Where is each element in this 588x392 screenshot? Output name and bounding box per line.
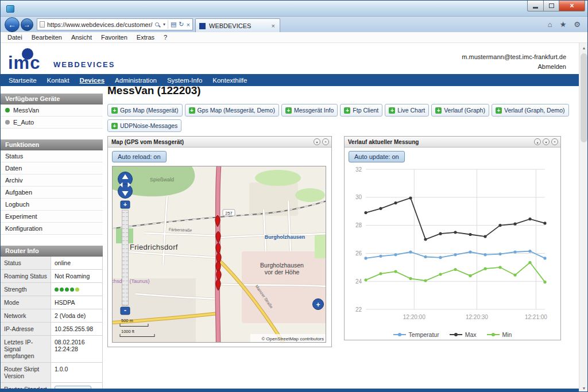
map-expand-button[interactable]: + — [313, 299, 324, 310]
legend-label: Min — [502, 331, 512, 338]
scroll-up-icon[interactable]: ▲ — [579, 43, 588, 52]
forward-button[interactable]: → — [21, 18, 33, 31]
menu-extras[interactable]: Extras — [132, 34, 159, 41]
live-chart-button[interactable]: +Live Chart — [385, 104, 429, 117]
menu-ansicht[interactable]: Ansicht — [67, 34, 96, 41]
scrollbar-thumb[interactable] — [581, 53, 587, 142]
tab-close-icon[interactable]: × — [270, 22, 276, 29]
sidebar-item-archiv[interactable]: Archiv — [1, 174, 103, 187]
row-label: Roaming Status — [1, 270, 51, 282]
add-icon: + — [344, 107, 350, 114]
close-button[interactable]: × — [559, 1, 585, 11]
row-label: Network — [1, 309, 51, 322]
refresh-icon[interactable]: ↻ — [179, 21, 184, 28]
map-zoom-control[interactable]: + - — [121, 201, 130, 315]
vertical-scrollbar[interactable]: ▲ ▼ — [579, 43, 588, 392]
zoom-slider[interactable] — [122, 210, 129, 305]
panel-close-icon[interactable]: × — [322, 138, 329, 145]
verlauf-graph-button[interactable]: +Verlauf (Graph) — [431, 104, 489, 117]
map-container[interactable]: 257 Spießwald Friedrichsdorf Burgholzhau… — [112, 166, 326, 343]
footer-bar — [1, 389, 579, 392]
sidebar-item-eauto[interactable]: E_Auto — [1, 117, 103, 129]
router-section-header: Router Info — [1, 246, 103, 257]
verlauf-graph-demo-button[interactable]: +Verlauf (Graph, Demo) — [492, 104, 569, 117]
map-pan-control[interactable] — [118, 172, 133, 199]
chart-panel: Verlauf aktueller Messung ▴ ▾ × Auto upd… — [344, 136, 561, 340]
svg-text:30: 30 — [355, 194, 362, 200]
url-text[interactable]: https://www.webdevices.de/customer/d — [47, 21, 153, 28]
sidebar-item-daten[interactable]: Daten — [1, 162, 103, 174]
strength-dot — [60, 288, 64, 292]
legend-item[interactable]: Temperatur — [393, 331, 439, 338]
legend-item[interactable]: Min — [487, 331, 512, 338]
widget-toolbar: +Gps Map (Messgerät) +Gps Map (Messgerät… — [107, 104, 570, 132]
nav-administration[interactable]: Administration — [110, 77, 162, 84]
nav-kontexthilfe[interactable]: Kontexthilfe — [207, 77, 252, 84]
search-icon[interactable] — [155, 22, 159, 26]
settings-gear-icon[interactable]: ⚙ — [574, 20, 581, 29]
strength-dots — [51, 283, 102, 296]
stop-icon[interactable]: × — [187, 21, 190, 28]
auto-update-button[interactable]: Auto update: on — [349, 151, 405, 162]
legend-item[interactable]: Max — [450, 331, 477, 338]
legend-label: Max — [465, 331, 477, 338]
table-row: Router Skript Version 1.0.0 — [1, 363, 102, 383]
strength-dot — [75, 288, 79, 292]
scroll-down-icon[interactable]: ▼ — [579, 383, 588, 392]
gps-map-demo-button[interactable]: +Gps Map (Messgerät, Demo) — [185, 104, 279, 117]
panel-collapse-icon[interactable]: ▾ — [543, 138, 550, 145]
svg-text:Friedrichsdorf: Friedrichsdorf — [130, 243, 178, 251]
panel-title: Verlauf aktueller Messung — [348, 139, 532, 145]
logout-link[interactable]: Abmelden — [462, 63, 566, 70]
nav-kontakt[interactable]: Kontakt — [42, 77, 75, 84]
udpnoise-messages-button[interactable]: +UDPNoise-Messages — [107, 119, 181, 132]
svg-text:Spießwald: Spießwald — [150, 177, 174, 183]
menu-bearbeiten[interactable]: Bearbeiten — [27, 34, 67, 41]
nav-devices[interactable]: Devices — [75, 77, 110, 84]
add-icon: + — [111, 107, 118, 114]
browser-window: × ← → https://www.webdevices.de/customer… — [0, 0, 588, 392]
browser-tab[interactable]: WEBDEVICES × — [195, 18, 280, 33]
address-bar[interactable]: https://www.webdevices.de/customer/d ▾ ▤… — [37, 18, 193, 30]
maximize-button[interactable] — [544, 1, 559, 11]
title-bar[interactable]: × — [1, 1, 588, 17]
sidebar-item-experiment[interactable]: Experiment — [1, 211, 103, 223]
map-canvas[interactable]: 257 Spießwald Friedrichsdorf Burgholzhau… — [113, 166, 326, 343]
messgeraet-info-button[interactable]: +Messgerät Info — [281, 104, 338, 117]
menu-help[interactable]: ? — [159, 34, 172, 41]
sidebar-item-status[interactable]: Status — [1, 150, 103, 162]
svg-text:Burgholzhausen: Burgholzhausen — [260, 262, 304, 269]
add-icon: + — [496, 107, 502, 114]
nav-startseite[interactable]: Startseite — [3, 77, 42, 84]
compat-icon[interactable]: ▤ — [171, 21, 176, 28]
ftp-client-button[interactable]: +Ftp Client — [340, 104, 382, 117]
svg-text:+: + — [316, 301, 320, 309]
svg-text:28: 28 — [355, 222, 362, 228]
page-icon — [40, 21, 45, 28]
gps-map-button[interactable]: +Gps Map (Messgerät) — [107, 104, 183, 117]
svg-text:22: 22 — [355, 306, 362, 313]
panel-expand-icon[interactable]: ▴ — [534, 138, 541, 145]
svg-text:-: - — [124, 306, 126, 315]
home-icon[interactable]: ⌂ — [548, 20, 552, 29]
row-value: HSDPA — [51, 296, 102, 309]
chevron-down-icon[interactable]: ▾ — [163, 22, 165, 27]
nav-system-info[interactable]: System-Info — [162, 77, 207, 84]
auto-reload-button[interactable]: Auto reload: on — [112, 151, 167, 162]
functions-section-header: Funktionen — [1, 139, 103, 150]
sidebar-item-logbuch[interactable]: Logbuch — [1, 199, 103, 211]
brand-name: WEBDEVICES — [53, 60, 115, 69]
favorites-star-icon[interactable]: ★ — [560, 20, 567, 29]
panel-collapse-icon[interactable]: ▾ — [314, 138, 320, 145]
menu-datei[interactable]: Datei — [3, 34, 27, 41]
sidebar-item-messvan[interactable]: MessVan — [1, 104, 103, 117]
minimize-button[interactable] — [527, 1, 544, 11]
back-button[interactable]: ← — [5, 17, 20, 32]
router-info-table: Status online Roaming Status Not Roaming… — [1, 257, 103, 392]
menu-favoriten[interactable]: Favoriten — [96, 34, 132, 41]
svg-text:vor der Höhe: vor der Höhe — [265, 269, 300, 275]
row-value: Not Roaming — [51, 270, 102, 282]
panel-close-icon[interactable]: × — [551, 138, 558, 145]
sidebar-item-aufgaben[interactable]: Aufgaben — [1, 187, 103, 199]
sidebar-item-konfiguration[interactable]: Konfiguration — [1, 223, 103, 235]
